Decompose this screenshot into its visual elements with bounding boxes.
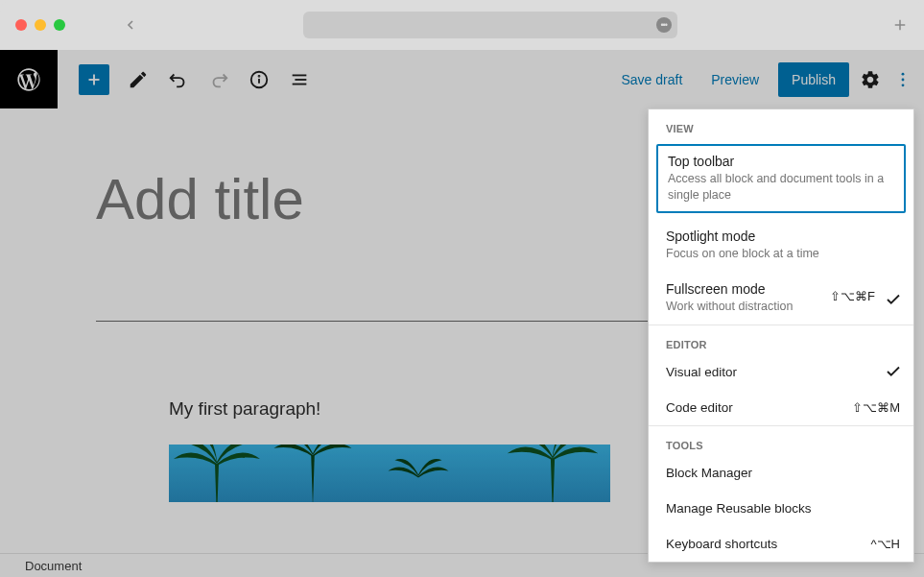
menu-item-title: Top toolbar [668, 154, 894, 169]
undo-button[interactable] [167, 68, 190, 91]
menu-item-shortcut: ⇧⌥⌘F [830, 289, 875, 303]
options-dropdown: VIEW Top toolbar Access all block and do… [648, 108, 914, 563]
menu-item-title: Code editor [666, 400, 733, 415]
menu-item-fullscreen-mode[interactable]: Fullscreen mode Work without distraction… [649, 272, 913, 325]
menu-item-shortcut: ^⌥H [871, 537, 901, 551]
check-icon [885, 291, 902, 308]
wordpress-logo[interactable] [0, 50, 58, 108]
toolbar-right-group: Save draft Preview Publish [611, 62, 914, 97]
add-block-button[interactable] [79, 64, 109, 95]
menu-item-keyboard-shortcuts[interactable]: Keyboard shortcuts ^⌥H [649, 526, 913, 562]
info-icon[interactable] [248, 68, 271, 91]
traffic-lights [15, 19, 65, 31]
edit-icon[interactable] [127, 68, 150, 91]
menu-item-desc: Focus on one block at a time [666, 246, 896, 262]
svg-point-6 [259, 75, 260, 76]
dropdown-section-editor: EDITOR [649, 325, 913, 354]
menu-item-title: Visual editor [666, 365, 737, 379]
browser-chrome: ••• [0, 0, 924, 50]
breadcrumb-item[interactable]: Document [25, 559, 82, 573]
editor-toolbar: Save draft Preview Publish [0, 50, 924, 108]
dropdown-section-view: VIEW [649, 109, 913, 138]
minimize-window-button[interactable] [35, 19, 46, 31]
menu-item-visual-editor[interactable]: Visual editor [649, 354, 913, 390]
settings-icon[interactable] [859, 68, 882, 91]
check-icon [885, 363, 902, 380]
menu-item-spotlight-mode[interactable]: Spotlight mode Focus on one block at a t… [649, 219, 913, 272]
menu-item-title: Spotlight mode [666, 228, 896, 244]
browser-back-button[interactable] [123, 17, 138, 33]
new-tab-button[interactable] [891, 16, 909, 34]
svg-point-11 [902, 78, 905, 81]
redo-button[interactable] [207, 68, 230, 91]
menu-item-title: Keyboard shortcuts [666, 537, 777, 551]
preview-button[interactable]: Preview [701, 64, 769, 95]
menu-item-desc: Access all block and document tools in a… [668, 171, 894, 204]
outline-icon[interactable] [288, 68, 311, 91]
url-menu-icon[interactable]: ••• [656, 17, 672, 33]
publish-button[interactable]: Publish [778, 62, 849, 97]
menu-item-title: Block Manager [666, 466, 752, 480]
svg-point-12 [902, 84, 905, 86]
url-bar[interactable]: ••• [303, 12, 677, 38]
toolbar-left-group [79, 64, 311, 95]
menu-item-top-toolbar[interactable]: Top toolbar Access all block and documen… [656, 144, 906, 213]
menu-item-shortcut: ⇧⌥⌘M [852, 400, 900, 415]
menu-item-manage-reusable-blocks[interactable]: Manage Reusable blocks [649, 491, 913, 526]
save-draft-button[interactable]: Save draft [611, 64, 692, 95]
more-options-button[interactable] [891, 68, 914, 91]
menu-item-block-manager[interactable]: Block Manager [649, 455, 913, 491]
image-block[interactable] [169, 445, 610, 502]
dropdown-section-tools: TOOLS [649, 426, 913, 455]
maximize-window-button[interactable] [54, 19, 65, 31]
svg-point-10 [902, 72, 905, 75]
menu-item-title: Manage Reusable blocks [666, 501, 812, 516]
menu-item-code-editor[interactable]: Code editor ⇧⌥⌘M [649, 390, 913, 425]
close-window-button[interactable] [15, 19, 27, 31]
